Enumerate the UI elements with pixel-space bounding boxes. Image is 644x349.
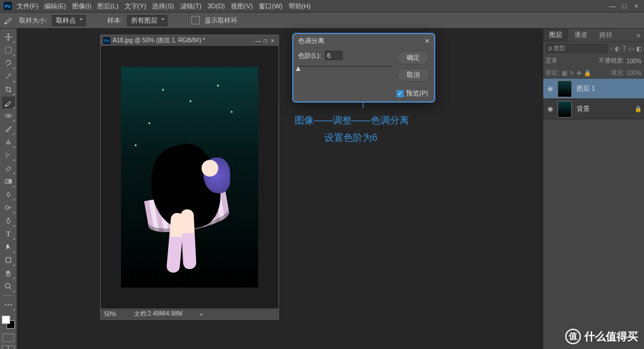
crop-tool[interactable] bbox=[2, 84, 15, 95]
svg-rect-4 bbox=[5, 180, 11, 183]
doc-maximize-icon[interactable]: □ bbox=[262, 38, 269, 44]
zoom-tool[interactable] bbox=[2, 280, 15, 292]
layer-row[interactable]: ◉ 图层 1 bbox=[543, 79, 644, 99]
lock-all-icon[interactable]: 🔒 bbox=[584, 70, 591, 76]
doc-close-icon[interactable]: × bbox=[269, 38, 276, 44]
pen-tool[interactable] bbox=[2, 215, 15, 227]
opacity-value[interactable]: 100% bbox=[626, 58, 642, 64]
lock-pos-icon[interactable]: ✥ bbox=[577, 70, 581, 76]
menu-image[interactable]: 图像(I) bbox=[72, 2, 91, 11]
type-tool[interactable]: T bbox=[2, 228, 15, 240]
lock-label: 锁定: bbox=[546, 69, 559, 77]
menu-text[interactable]: 文字(Y) bbox=[125, 2, 147, 11]
levels-slider[interactable] bbox=[298, 63, 392, 70]
layer-thumb bbox=[558, 81, 572, 97]
sample-dropdown[interactable]: 所有图层 bbox=[127, 15, 168, 26]
menu-edit[interactable]: 编辑(E) bbox=[44, 2, 66, 11]
preview-checkbox[interactable]: ✓ bbox=[397, 90, 404, 97]
artwork bbox=[121, 67, 258, 288]
lasso-tool[interactable] bbox=[2, 57, 15, 69]
tab-layers[interactable]: 图层 bbox=[543, 29, 568, 41]
eraser-tool[interactable] bbox=[2, 162, 15, 174]
clone-tool[interactable] bbox=[2, 136, 15, 148]
zoom-value[interactable]: 50% bbox=[104, 311, 116, 317]
filter-smart-icon[interactable]: ◧ bbox=[636, 45, 642, 52]
canvas[interactable] bbox=[101, 46, 278, 308]
layer-thumb bbox=[558, 101, 572, 118]
dodge-tool[interactable] bbox=[2, 202, 15, 214]
menu-3d[interactable]: 3D(D) bbox=[208, 2, 225, 10]
fill-value[interactable]: 100% bbox=[626, 70, 642, 76]
marquee-tool[interactable] bbox=[2, 44, 15, 56]
history-brush-tool[interactable] bbox=[2, 149, 15, 161]
tab-channels[interactable]: 通道 bbox=[568, 29, 593, 41]
filter-shape-icon[interactable]: ▭ bbox=[628, 45, 634, 52]
color-swatches[interactable] bbox=[2, 316, 15, 329]
move-tool[interactable] bbox=[2, 31, 15, 43]
layers-panel: 图层 通道 路径 ≡ ρ 类型 ▫ ◐ T ▭ ◧ 正常 不透明度: 100% … bbox=[543, 29, 644, 349]
sample-size-dropdown[interactable]: 取样点 bbox=[52, 15, 86, 26]
preview-label: 预览(P) bbox=[406, 89, 428, 98]
blur-tool[interactable] bbox=[2, 189, 15, 200]
menu-layer[interactable]: 图层(L) bbox=[97, 2, 118, 11]
path-select-tool[interactable] bbox=[2, 241, 15, 253]
menu-window[interactable]: 窗口(W) bbox=[259, 2, 283, 11]
filter-image-icon[interactable]: ▫ bbox=[610, 45, 612, 52]
menu-file[interactable]: 文件(F) bbox=[17, 2, 38, 11]
opacity-label: 不透明度: bbox=[599, 57, 624, 65]
lock-icon: 🔒 bbox=[634, 106, 644, 112]
levels-label: 色阶(L): bbox=[298, 51, 321, 60]
window-close-icon[interactable]: × bbox=[632, 2, 640, 10]
brush-tool[interactable] bbox=[2, 123, 15, 135]
layer-name[interactable]: 图层 1 bbox=[577, 84, 595, 93]
tab-paths[interactable]: 路径 bbox=[593, 29, 618, 41]
menu-help[interactable]: 帮助(H) bbox=[289, 2, 311, 11]
menu-filter[interactable]: 滤镜(T) bbox=[180, 2, 202, 11]
svg-point-0 bbox=[5, 23, 7, 24]
visibility-icon[interactable]: ◉ bbox=[543, 105, 558, 113]
fill-label: 填充: bbox=[611, 69, 624, 77]
shape-tool[interactable] bbox=[2, 254, 15, 266]
gradient-tool[interactable] bbox=[2, 175, 15, 187]
watermark: 值 什么值得买 bbox=[565, 329, 638, 344]
visibility-icon[interactable]: ◉ bbox=[543, 85, 558, 92]
dialog-close-icon[interactable]: × bbox=[425, 36, 429, 45]
rings-checkbox[interactable] bbox=[191, 16, 200, 24]
eyedropper-icon bbox=[4, 16, 14, 24]
ps-logo-icon: Ps bbox=[4, 2, 12, 10]
cancel-button[interactable]: 取消 bbox=[397, 68, 429, 82]
menu-select[interactable]: 选择(S) bbox=[152, 2, 174, 11]
dialog-title: 色调分离 bbox=[298, 36, 324, 45]
ok-button[interactable]: 确定 bbox=[397, 51, 429, 64]
healing-tool[interactable] bbox=[2, 110, 15, 122]
doc-minimize-icon[interactable]: — bbox=[255, 38, 262, 44]
watermark-icon: 值 bbox=[565, 329, 581, 344]
eyedropper-tool[interactable] bbox=[2, 97, 15, 109]
status-bar: 50% 文档:2.49M/4.98M ▸ bbox=[101, 308, 278, 319]
lock-paint-icon[interactable]: ✎ bbox=[569, 70, 574, 76]
window-minimize-icon[interactable]: — bbox=[608, 2, 617, 10]
levels-input[interactable] bbox=[325, 51, 343, 60]
screenmode-icon[interactable] bbox=[2, 345, 15, 349]
window-maximize-icon[interactable]: □ bbox=[620, 2, 628, 10]
document-window: Ps A18.jpg @ 50% (图层 1, RGB/8#) * — □ × bbox=[100, 35, 279, 320]
layer-name[interactable]: 背景 bbox=[577, 104, 590, 113]
document-tab[interactable]: Ps A18.jpg @ 50% (图层 1, RGB/8#) * — □ × bbox=[101, 35, 278, 46]
lock-trans-icon[interactable]: ▦ bbox=[562, 70, 567, 76]
magic-wand-tool[interactable] bbox=[2, 70, 15, 82]
svg-point-5 bbox=[5, 206, 9, 209]
hand-tool[interactable] bbox=[2, 267, 15, 279]
menu-view[interactable]: 视图(V) bbox=[231, 2, 253, 11]
layer-row[interactable]: ◉ 背景 🔒 bbox=[543, 99, 644, 119]
sample-label: 样本: bbox=[107, 16, 122, 25]
filter-adjust-icon[interactable]: ◐ bbox=[615, 45, 620, 52]
blend-mode-dropdown[interactable]: 正常 bbox=[546, 57, 579, 65]
panel-menu-icon[interactable]: ≡ bbox=[633, 32, 644, 39]
layer-kind-dropdown[interactable]: ρ 类型 bbox=[546, 44, 608, 53]
svg-point-7 bbox=[5, 283, 10, 288]
dialog-titlebar[interactable]: 色调分离 × bbox=[293, 34, 434, 47]
edit-toolbar[interactable]: ⋯ bbox=[2, 299, 15, 311]
quickmask-icon[interactable] bbox=[2, 333, 14, 342]
filter-type-icon[interactable]: T bbox=[623, 45, 626, 52]
posterize-dialog: 色调分离 × 色阶(L): 确定 取消 ✓ 预览(P) bbox=[292, 33, 435, 103]
